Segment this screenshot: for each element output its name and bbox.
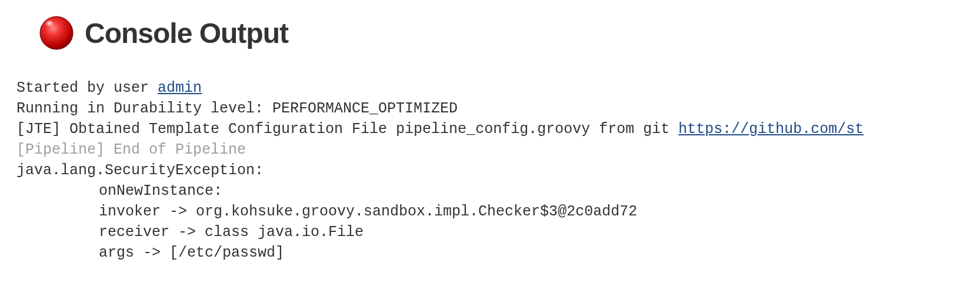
- build-status-icon: [38, 14, 75, 52]
- exception-line: invoker -> org.kohsuke.groovy.sandbox.im…: [16, 201, 980, 222]
- console-output: Started by user admin Running in Durabil…: [0, 66, 980, 263]
- started-by-user-link[interactable]: admin: [158, 79, 202, 97]
- exception-line: args -> [/etc/passwd]: [16, 242, 980, 263]
- console-line: Running in Durability level: PERFORMANCE…: [16, 98, 980, 119]
- started-by-prefix: Started by user: [16, 79, 158, 97]
- svg-point-1: [44, 20, 59, 32]
- exception-line: receiver -> class java.io.File: [16, 222, 980, 242]
- page-title: Console Output: [85, 17, 288, 49]
- jte-git-url-link[interactable]: https://github.com/st: [678, 121, 864, 138]
- console-line: Started by user admin: [16, 78, 980, 98]
- console-header: Console Output: [0, 0, 980, 66]
- pipeline-end-line: [Pipeline] End of Pipeline: [16, 139, 980, 160]
- exception-line: onNewInstance:: [16, 181, 980, 201]
- console-line: [JTE] Obtained Template Configuration Fi…: [16, 119, 980, 139]
- exception-line: java.lang.SecurityException:: [16, 160, 980, 181]
- jte-prefix: [JTE] Obtained Template Configuration Fi…: [16, 121, 678, 138]
